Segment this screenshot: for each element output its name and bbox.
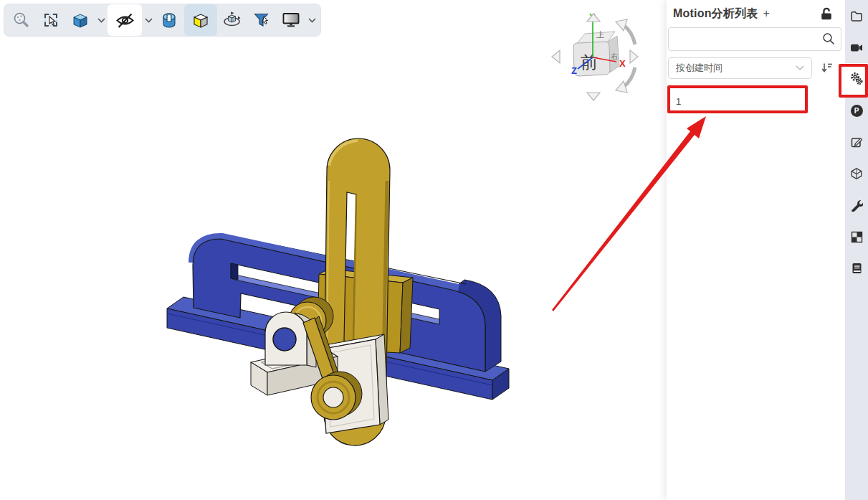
view-roll-cw-arrow[interactable]: [624, 67, 635, 87]
box-select-button[interactable]: [37, 4, 65, 36]
display-mode-button[interactable]: [277, 4, 305, 36]
hide-show-dropdown[interactable]: [143, 4, 154, 36]
display-mode-dropdown[interactable]: [306, 4, 318, 36]
search-input[interactable]: [668, 27, 841, 51]
cad-app-window: { "toolbar": { "background": "#e7ebf0", …: [0, 0, 868, 500]
shaded-display-button[interactable]: [184, 4, 217, 36]
sort-order-value: 按创建时间: [676, 62, 796, 75]
gears-icon: [849, 72, 864, 86]
section-view-button[interactable]: [155, 4, 183, 36]
search-icon[interactable]: [822, 32, 836, 49]
panel-title: Motion分析列表: [673, 6, 758, 22]
rotate-view-icon: [222, 11, 242, 30]
view-rotate-left-arrow[interactable]: [552, 50, 560, 63]
rail-item-notes[interactable]: [845, 253, 868, 284]
search-box: [668, 27, 841, 51]
chevron-down-icon: [308, 18, 316, 23]
book-icon: [851, 262, 863, 275]
list-item[interactable]: 1: [667, 88, 845, 114]
rail-item-animation[interactable]: [845, 32, 868, 63]
axis-x-label: X: [619, 58, 626, 69]
view-cube-right-label[interactable]: 右: [611, 52, 618, 60]
p-badge-icon: P: [851, 105, 863, 117]
motion-analysis-panel: Motion分析列表 + 按创建时间: [667, 0, 845, 500]
zoom-lens-icon: [12, 11, 31, 29]
edit-icon: [850, 136, 863, 148]
chevron-down-icon: [97, 18, 105, 23]
view-rotate-right-arrow[interactable]: [630, 50, 638, 63]
rail-item-properties[interactable]: P: [845, 95, 868, 126]
view-cube-icon: [71, 11, 90, 29]
display-mode-icon: [282, 11, 301, 29]
box-3d-icon: [850, 167, 863, 180]
rail-item-motion-settings[interactable]: [845, 63, 868, 95]
zoom-lens-button[interactable]: [7, 4, 36, 36]
rail-item-tools[interactable]: [845, 189, 868, 221]
view-cube-top-label[interactable]: 上: [596, 30, 604, 39]
rail-item-edit[interactable]: [845, 126, 868, 158]
wrench-icon: [850, 199, 863, 212]
folder-icon: [850, 9, 863, 22]
axis-z-label: Z: [571, 65, 577, 76]
box-select-icon: [42, 11, 60, 29]
hide-show-icon: [115, 11, 135, 30]
selection-filter-icon: [252, 11, 271, 29]
hide-show-button[interactable]: [108, 4, 142, 36]
rail-item-files[interactable]: [845, 0, 868, 32]
model-scene[interactable]: 上 右 前 Y X Z: [0, 0, 667, 500]
rail-item-render-modes[interactable]: [845, 221, 868, 253]
chevron-down-icon: [796, 65, 804, 71]
unlock-icon[interactable]: [819, 6, 834, 22]
camera-icon: [850, 41, 863, 54]
chevron-down-icon: [145, 18, 153, 23]
view-cube[interactable]: 上 右 前 Y X Z: [552, 11, 638, 100]
view-roll-ccw-arrow[interactable]: [624, 25, 635, 44]
section-view-icon: [160, 11, 178, 29]
panel-header: Motion分析列表 +: [667, 0, 845, 24]
rail-item-model-tree[interactable]: [845, 158, 868, 189]
add-analysis-button[interactable]: +: [763, 7, 769, 20]
view-cube-button[interactable]: [66, 4, 95, 36]
shaded-display-icon: [191, 11, 210, 29]
viewport-3d[interactable]: 上 右 前 Y X Z: [0, 0, 667, 500]
rotate-view-button[interactable]: [218, 4, 247, 36]
view-cube-dropdown[interactable]: [95, 4, 107, 36]
sort-row: 按创建时间: [668, 57, 841, 79]
view-toolbar: [4, 4, 321, 37]
sort-descending-icon: [820, 61, 834, 75]
sort-order-select[interactable]: 按创建时间: [668, 57, 812, 79]
view-rotate-down-arrow[interactable]: [587, 93, 600, 100]
selection-filter-button[interactable]: [247, 4, 276, 36]
view-cube-front-label[interactable]: 前: [581, 52, 598, 72]
analysis-list: 1: [667, 88, 845, 114]
sort-direction-button[interactable]: [820, 61, 834, 75]
checker-icon: [851, 231, 863, 243]
side-rail: P: [845, 0, 868, 500]
